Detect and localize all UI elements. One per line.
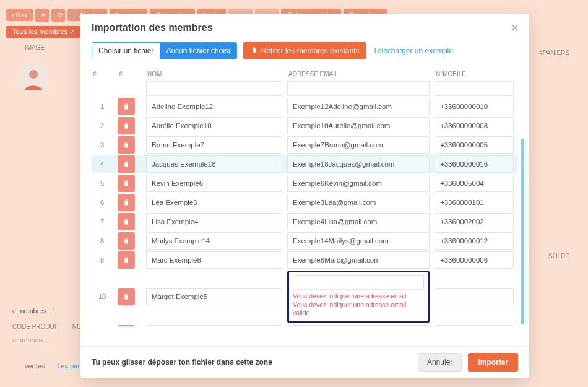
row-index: 8: [92, 237, 113, 245]
name-input[interactable]: [146, 175, 282, 192]
mobile-input[interactable]: [435, 136, 514, 154]
table-row: 1: [92, 98, 518, 115]
mobile-input[interactable]: [435, 213, 514, 230]
email-input[interactable]: [287, 194, 430, 211]
close-icon[interactable]: ×: [511, 22, 518, 33]
filter-row: [92, 81, 518, 96]
delete-row-button[interactable]: [118, 175, 135, 192]
filter-name[interactable]: [146, 81, 282, 96]
file-chooser[interactable]: Choisir un fichier Aucun fichier choisi: [92, 42, 237, 59]
delete-row-button[interactable]: [118, 213, 135, 230]
email-input[interactable]: [287, 117, 430, 134]
bg-filter-pill: Tous les membres ✓: [6, 26, 81, 38]
chosen-file-label: Aucun fichier choisi: [160, 43, 236, 59]
email-input[interactable]: [287, 213, 430, 230]
table-row: 6: [92, 194, 518, 211]
delete-row-button[interactable]: [118, 136, 135, 154]
name-input[interactable]: [146, 136, 282, 154]
bg-btn-caret: ▾: [35, 9, 49, 22]
cancel-button[interactable]: Annuler: [418, 353, 462, 372]
delete-row-button[interactable]: [118, 251, 135, 269]
mobile-input[interactable]: [435, 175, 514, 192]
mobile-input[interactable]: [435, 117, 514, 134]
bg-col-solde: SOLDE: [548, 253, 569, 259]
delete-row-button[interactable]: [118, 288, 135, 305]
mobile-input[interactable]: [435, 288, 514, 305]
row-index: 10: [92, 293, 113, 300]
filter-mobile[interactable]: [435, 81, 514, 96]
bg-btn: ction: [6, 9, 33, 21]
name-input[interactable]: [146, 251, 282, 269]
bg-col-image: IMAGE: [25, 44, 45, 51]
col-delete: #: [118, 68, 141, 80]
svg-point-0: [29, 70, 38, 79]
import-table: # # NOM ADRESSE EMAIL N°MOBILE 1 2 3 4: [80, 66, 529, 346]
email-input[interactable]: [287, 232, 430, 250]
email-input[interactable]: [287, 325, 430, 326]
table-row: 5: [92, 175, 518, 192]
trash-icon: [251, 46, 257, 55]
email-input[interactable]: [287, 251, 430, 269]
table-row: 8: [92, 232, 518, 250]
remove-existing-button[interactable]: Retirer les membres existants: [243, 42, 367, 59]
delete-row-button[interactable]: [118, 325, 135, 326]
mobile-input[interactable]: [435, 155, 514, 173]
filter-email[interactable]: [287, 81, 430, 96]
row-index: 1: [92, 103, 113, 110]
row-index: 2: [92, 122, 113, 129]
table-row: 2: [92, 117, 518, 134]
download-sample-link[interactable]: Télécharger un exemple: [373, 46, 452, 55]
email-input[interactable]: [293, 275, 424, 290]
bg-col-codeprod: CODE PRODUIT: [12, 323, 60, 330]
email-input[interactable]: [287, 155, 430, 173]
name-input[interactable]: [146, 117, 282, 134]
bg-btn-refresh: ⟳: [51, 9, 65, 22]
mobile-input[interactable]: [435, 251, 514, 269]
table-body: 1 2 3 4 5 6 7 8: [92, 96, 518, 326]
mobile-input[interactable]: [435, 194, 514, 211]
delete-row-button[interactable]: [118, 155, 135, 173]
import-members-modal: Importation des membres × Choisir un fic…: [80, 14, 529, 378]
mobile-input[interactable]: [435, 232, 514, 250]
scrollbar[interactable]: [521, 139, 524, 324]
name-input[interactable]: [146, 194, 282, 211]
row-index: 6: [92, 199, 113, 206]
name-input[interactable]: [146, 213, 282, 230]
email-error-cell: Vous devez indiquer une adresse emailVou…: [287, 271, 430, 323]
email-input[interactable]: [287, 98, 430, 115]
error-message: Vous devez indiquer une adresse emailVou…: [293, 292, 424, 318]
table-row: 4: [92, 155, 518, 173]
email-input[interactable]: [287, 175, 430, 192]
row-index: 7: [92, 218, 113, 225]
row-index: 3: [92, 141, 113, 149]
delete-row-button[interactable]: [118, 98, 135, 115]
col-mobile: N°MOBILE: [435, 68, 514, 80]
drop-hint: Tu peux glisser déposer ton fichier dans…: [92, 358, 272, 367]
row-index: 5: [92, 180, 113, 187]
avatar: [19, 63, 48, 93]
name-input[interactable]: [146, 98, 282, 115]
bg-col-paniers: #PANIERS: [539, 50, 569, 56]
table-row: 9: [92, 251, 518, 269]
mobile-input[interactable]: [435, 98, 514, 115]
name-input[interactable]: [146, 325, 282, 326]
delete-row-button[interactable]: [118, 194, 135, 211]
col-email: ADRESSE EMAIL: [287, 68, 430, 80]
row-index: 9: [92, 256, 113, 264]
col-name: NOM: [146, 68, 282, 80]
name-input[interactable]: [146, 155, 282, 173]
choose-file-button[interactable]: Choisir un fichier: [92, 43, 160, 59]
delete-row-button[interactable]: [118, 232, 135, 250]
name-input[interactable]: [146, 232, 282, 250]
modal-title: Importation des membres: [92, 22, 213, 33]
row-index: 4: [92, 160, 113, 168]
mobile-input[interactable]: [435, 325, 514, 326]
name-input[interactable]: [146, 288, 282, 305]
table-header: # # NOM ADRESSE EMAIL N°MOBILE: [92, 66, 518, 81]
import-button[interactable]: Importer: [468, 353, 518, 372]
table-row: 3: [92, 136, 518, 154]
table-row: 7: [92, 213, 518, 230]
email-input[interactable]: [287, 136, 430, 154]
delete-row-button[interactable]: [118, 117, 135, 134]
table-row: 11: [92, 325, 518, 326]
